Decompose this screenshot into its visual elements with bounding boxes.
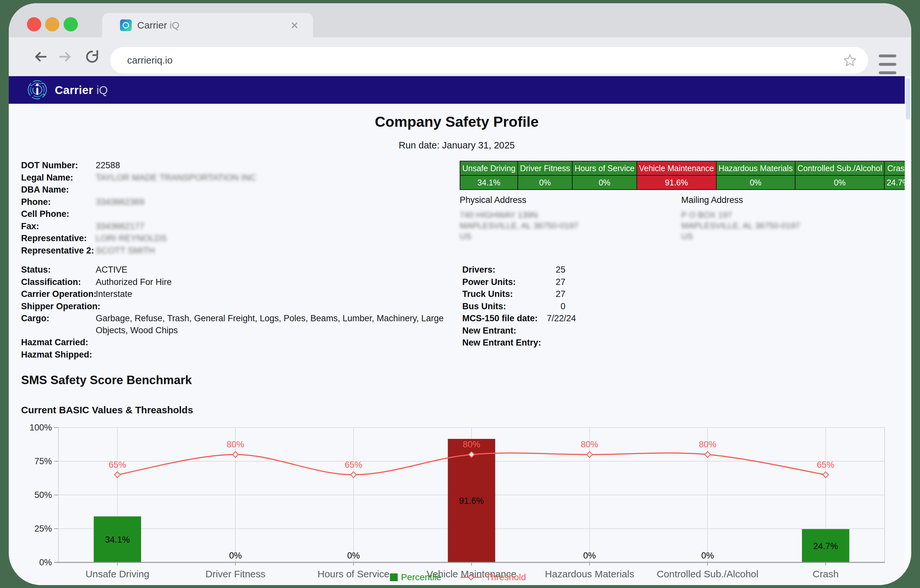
x-category-label: Controlled Sub./Alcohol <box>657 569 758 579</box>
info-row: Power Units:27 <box>462 276 565 289</box>
bar-value-label: 34.1% <box>105 535 130 544</box>
info-row: Classification:Authorized For Hire <box>21 276 467 289</box>
y-tick-label: 50% <box>34 490 52 500</box>
info-row: DBA Name: <box>21 184 452 196</box>
field-label: Hazmat Carried: <box>21 336 96 349</box>
web-page: CarrieriQ Company Safety Profile Run dat… <box>9 76 911 585</box>
bar-value-label: 91.6% <box>459 496 484 506</box>
scrollbar-thumb[interactable] <box>906 78 910 120</box>
tab-close-icon[interactable] <box>289 20 300 31</box>
browser-tab[interactable]: Carrier iQ <box>102 13 313 37</box>
physical-address-title: Physical Address <box>460 195 578 205</box>
info-row: Status:ACTIVE <box>21 264 467 276</box>
window-maximize-button[interactable] <box>63 17 78 31</box>
info-row: Representative:LORI REYNOLDS <box>21 233 452 245</box>
x-category-label: Hazardous Materials <box>545 569 634 579</box>
y-tick-label: 100% <box>29 423 52 433</box>
field-value: 3343662177 <box>96 220 452 233</box>
info-row: Shipper Operation: <box>21 300 467 313</box>
field-value: 27 <box>527 276 565 289</box>
field-value: SCOTT SMITH <box>96 245 452 257</box>
info-row: Carrier Operation:Interstate <box>21 288 467 300</box>
field-value: 7/22/24 <box>538 312 576 325</box>
field-label: DBA Name: <box>21 184 96 196</box>
basic-column-value: 0% <box>716 175 795 190</box>
threshold-value-label: 80% <box>227 439 244 449</box>
field-label: Hazmat Shipped: <box>21 349 96 361</box>
refresh-button-icon[interactable] <box>84 48 100 65</box>
basic-column-header: Hours of Service <box>572 161 637 175</box>
info-row: New Entrant Entry: <box>462 337 565 349</box>
field-value: Authorized For Hire <box>96 276 467 289</box>
y-tick-label: 25% <box>34 524 52 533</box>
threshold-point <box>115 472 120 478</box>
field-value <box>96 336 467 349</box>
bar-value-label: 0% <box>583 551 596 561</box>
basic-column-value: 34.1% <box>460 175 518 190</box>
field-value: 0 <box>527 300 565 313</box>
address-line: P O BOX 197 <box>681 210 800 220</box>
address-bar[interactable]: carrieriq.io <box>110 47 868 74</box>
field-label: Cargo: <box>21 312 96 336</box>
field-label: Legal Name: <box>21 172 96 184</box>
bookmark-star-icon[interactable] <box>843 53 857 68</box>
info-row: Cell Phone: <box>21 208 452 220</box>
legend-percentile-label: Percentile <box>401 572 442 582</box>
basic-column-header: Driver Fitness <box>518 161 572 175</box>
window-close-button[interactable] <box>27 17 41 31</box>
window-minimize-button[interactable] <box>45 17 59 31</box>
x-category-label: Driver Fitness <box>205 569 266 579</box>
field-value <box>541 337 579 349</box>
info-row: Truck Units:27 <box>462 288 565 300</box>
field-label: Cell Phone: <box>21 208 96 220</box>
desktop-background: { "browser": { "tab_title": {"primary": … <box>0 0 920 588</box>
bar-value-label: 0% <box>229 551 242 561</box>
info-row: MCS-150 file date:7/22/24 <box>462 312 565 325</box>
field-label: New Entrant Entry: <box>462 337 541 349</box>
carrier-iq-logo-icon[interactable] <box>27 79 48 100</box>
page-content: Company Safety Profile Run date: January… <box>9 104 911 585</box>
threshold-point <box>351 472 356 478</box>
back-button-icon[interactable] <box>32 48 49 65</box>
field-label: Representative: <box>21 233 96 245</box>
forward-button-icon[interactable] <box>57 48 74 65</box>
field-value: 3343662369 <box>96 196 452 208</box>
field-label: Drivers: <box>462 264 527 276</box>
field-label: Shipper Operation: <box>21 300 96 313</box>
info-row: Cargo:Garbage, Refuse, Trash, General Fr… <box>21 312 467 336</box>
mailing-address-title: Mailing Address <box>681 195 800 205</box>
chart-heading: Current BASIC Values & Threasholds <box>21 404 193 415</box>
field-value: 22588 <box>96 160 452 172</box>
browser-toolbar: carrieriq.io <box>9 37 911 76</box>
field-value: Interstate <box>96 288 467 300</box>
url-text[interactable]: carrieriq.io <box>127 47 173 74</box>
field-value: ACTIVE <box>96 264 467 276</box>
field-label: DOT Number: <box>21 160 96 172</box>
address-line: MAPLESVILLE, AL 36750-0197 <box>681 220 800 231</box>
info-row: Drivers:25 <box>462 264 565 276</box>
threshold-point <box>586 452 592 457</box>
field-value: TAYLOR MADE TRANSPORTATION INC <box>96 172 452 184</box>
field-value <box>96 300 467 313</box>
bar-value-label: 0% <box>701 551 714 561</box>
basic-column-value: 0% <box>572 175 637 190</box>
field-value: 27 <box>527 288 565 300</box>
basic-column-value: 91.6% <box>637 175 716 190</box>
page-scrollbar[interactable] <box>905 76 911 585</box>
info-row: Fax:3343662177 <box>21 220 452 233</box>
field-value <box>96 184 452 196</box>
bar-value-label: 0% <box>347 551 360 561</box>
basic-column-header: Controlled Sub./Alcohol <box>795 161 884 175</box>
info-row: Phone:3343662369 <box>21 196 452 208</box>
field-label: Bus Units: <box>462 300 527 313</box>
info-row: Legal Name:TAYLOR MADE TRANSPORTATION IN… <box>21 172 452 184</box>
threshold-value-label: 65% <box>345 460 362 470</box>
browser-window: Carrier iQ carrieriq.io <box>9 3 911 585</box>
field-label: MCS-150 file date: <box>462 312 538 325</box>
run-date: Run date: January 31, 2025 <box>9 140 905 151</box>
x-category-label: Crash <box>813 569 839 579</box>
field-label: New Entrant: <box>462 325 527 337</box>
bar-value-label: 24.7% <box>813 541 838 551</box>
page-title: Company Safety Profile <box>9 113 905 130</box>
address-line: 740 HIGHWAY 139N <box>460 210 578 220</box>
